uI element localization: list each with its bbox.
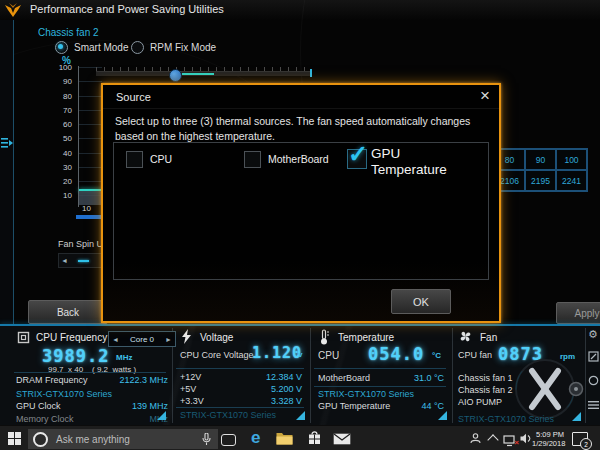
- fan-spin-up-stepper[interactable]: ◄: [58, 253, 107, 268]
- memory-clock-row: Memory Clock MHz: [16, 414, 168, 424]
- motherboard-temp-value: 31.0 °C: [414, 373, 444, 383]
- edit-icon[interactable]: [588, 351, 599, 362]
- core-next-icon[interactable]: ►: [165, 336, 172, 343]
- y-tick: 20: [63, 175, 72, 189]
- expand-triangle[interactable]: [296, 411, 305, 420]
- stepper-left-arrow-icon[interactable]: ◄: [61, 257, 68, 264]
- settings-gear-icon[interactable]: ⚙: [588, 328, 598, 341]
- expand-triangle[interactable]: [438, 411, 447, 420]
- y-tick: 10: [63, 189, 72, 203]
- stepper-value-dash: [78, 260, 89, 262]
- start-button-icon[interactable]: [8, 432, 21, 445]
- y-tick: 30: [63, 161, 72, 175]
- dial-icon[interactable]: [588, 375, 599, 386]
- clock-date: 1/29/2018: [532, 439, 564, 448]
- gpu-clock-label: GPU Clock: [16, 401, 61, 411]
- checkbox-gpu-temperature-label: GPU Temperature: [371, 146, 463, 178]
- source-dialog: Source × Select up to three (3) thermal …: [101, 83, 501, 323]
- tray-chevron-icon[interactable]: [487, 434, 498, 445]
- table-cell-rpm[interactable]: 2195: [525, 170, 556, 191]
- y-tick: 90: [63, 75, 72, 89]
- cpu-frequency-unit: MHz: [116, 353, 132, 362]
- v33-label: +3.3V: [180, 396, 204, 406]
- v33-value: 3.328 V: [271, 396, 302, 406]
- gpu-group-label-dim: STRIX-GTX1070 Series: [458, 414, 554, 424]
- expand-triangle[interactable]: [157, 411, 166, 420]
- table-cell-speed[interactable]: 100: [556, 149, 587, 170]
- fan-heading: Chassis fan 2: [38, 27, 99, 38]
- smart-mode-radio[interactable]: [55, 41, 68, 54]
- dialog-title: Source: [116, 91, 151, 103]
- section-divider: [452, 328, 453, 423]
- sidebar-flyout-icon[interactable]: [1, 136, 13, 152]
- task-view-icon[interactable]: [221, 434, 236, 446]
- chassis-fan1-item[interactable]: Chassis fan 1: [458, 373, 513, 383]
- checkbox-cpu-label: CPU: [150, 153, 172, 165]
- edge-browser-icon[interactable]: e: [251, 428, 260, 448]
- y-tick: 60: [63, 118, 72, 132]
- app-title: Performance and Power Saving Utilities: [30, 3, 224, 15]
- voltage-bolt-icon: [181, 329, 192, 344]
- y-tick: 50: [63, 132, 72, 146]
- microphone-icon[interactable]: [202, 433, 211, 446]
- core-selector[interactable]: ◄ Core 0 ►: [108, 331, 176, 347]
- dram-frequency-value: 2122.3 MHz: [119, 375, 168, 385]
- close-icon[interactable]: ×: [480, 86, 490, 106]
- fan-speed-slider-handle[interactable]: [169, 69, 182, 82]
- v5-label: +5V: [180, 384, 196, 394]
- ok-button[interactable]: OK: [391, 289, 451, 314]
- cpu-core-voltage-label: CPU Core Voltage: [180, 350, 254, 360]
- back-button[interactable]: Back: [28, 300, 108, 324]
- aio-pump-item[interactable]: AIO PUMP: [458, 397, 502, 407]
- search-input[interactable]: Ask me anything: [28, 429, 218, 449]
- cpu-core-voltage-unit: v: [298, 350, 302, 359]
- checkbox-motherboard[interactable]: [244, 151, 261, 168]
- checkbox-gpu-temperature[interactable]: ✓: [347, 149, 367, 169]
- table-cell-rpm[interactable]: 2241: [556, 170, 587, 191]
- rpm-fix-mode-radio[interactable]: [131, 41, 144, 54]
- v5-row: +5V 5.200 V: [180, 384, 302, 394]
- y-tick: 70: [63, 104, 72, 118]
- v5-value: 5.200 V: [271, 384, 302, 394]
- cortana-icon: [33, 432, 48, 447]
- apply-button[interactable]: Apply: [556, 302, 600, 324]
- fan-title: Fan: [480, 332, 497, 343]
- voltage-title: Voltage: [200, 332, 233, 343]
- clock-time: 5:09 PM: [532, 430, 564, 439]
- row-divider: [176, 407, 304, 408]
- speaker-icon[interactable]: [520, 433, 532, 444]
- table-cell-speed[interactable]: 90: [525, 149, 556, 170]
- taskbar-clock[interactable]: 5:09 PM 1/29/2018: [532, 430, 564, 448]
- people-tray-icon[interactable]: [470, 433, 481, 444]
- network-icon[interactable]: ×: [503, 433, 516, 445]
- monitor-panel: CPU Frequency ◄ Core 0 ► 3989.2 MHz 99.7…: [0, 326, 600, 425]
- gpu-temp-value: 44 °C: [421, 401, 444, 411]
- smart-mode-label: Smart Mode: [74, 42, 128, 53]
- y-tick: 80: [63, 90, 72, 104]
- left-sidebar: [0, 20, 13, 325]
- action-center-icon[interactable]: 2: [572, 432, 588, 446]
- file-explorer-icon[interactable]: [276, 432, 293, 445]
- menu-icon[interactable]: [588, 400, 599, 410]
- chassis-fan2-item[interactable]: Chassis fan 2: [458, 385, 513, 395]
- slider-end-tick: [310, 69, 312, 77]
- core-selector-value: Core 0: [130, 335, 154, 344]
- network-error-badge: ×: [514, 440, 519, 446]
- row-divider: [14, 372, 166, 373]
- gpu-group-label-dim: STRIX-GTX1070 Series: [180, 410, 276, 420]
- checkbox-cpu[interactable]: [126, 151, 143, 168]
- gpu-clock-row: GPU Clock 139 MHz: [16, 401, 168, 411]
- store-icon[interactable]: [308, 430, 321, 445]
- y-axis-ticks: 100 90 80 70 60 50 40 30 20 10: [44, 61, 72, 204]
- dialog-description: Select up to three (3) thermal sources. …: [115, 114, 493, 144]
- dialog-title-divider: [103, 108, 499, 109]
- fan-pinwheel-icon: [458, 329, 473, 344]
- cpu-temp-value: 054.0: [368, 344, 424, 364]
- sidebar-divider: [13, 20, 14, 325]
- core-prev-icon[interactable]: ◄: [112, 336, 119, 343]
- fan-curve-table: 80 90 100 2106 2195 2241: [493, 148, 588, 192]
- gpu-temp-row: GPU Temperature 44 °C: [318, 401, 444, 411]
- expand-triangle[interactable]: [572, 412, 581, 421]
- checkbox-motherboard-label: MotherBoard: [268, 153, 329, 165]
- mail-icon[interactable]: [333, 433, 351, 445]
